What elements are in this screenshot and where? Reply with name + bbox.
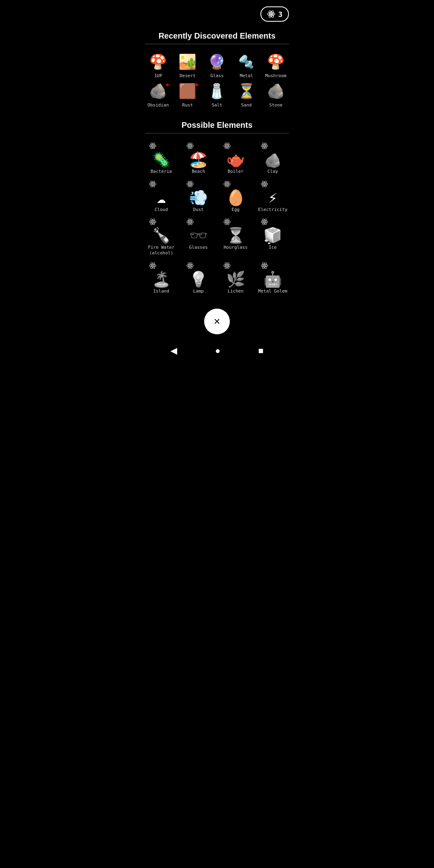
element-mushroom-label: Mushroom	[265, 73, 287, 78]
beach-icon-wrapper: 🏖️	[186, 141, 211, 167]
element-salt-label: Salt	[212, 102, 223, 108]
svg-point-20	[152, 183, 154, 185]
possible-clay[interactable]: 🪨 Clay	[257, 141, 289, 174]
svg-point-40	[189, 221, 191, 223]
possible-elements-grid: 🦠 Bacteria 🏖️ Beach	[139, 138, 295, 297]
lamp-label: Lamp	[193, 289, 204, 294]
obsidian-new-badge: *	[165, 82, 170, 90]
element-rust[interactable]: 🟫 * Rust	[174, 82, 201, 108]
element-desert-label: Desert	[180, 73, 196, 78]
egg-label: Egg	[231, 207, 240, 213]
possible-metal-golem[interactable]: 🤖 Metal Golem	[257, 261, 289, 294]
clay-emoji: 🪨	[264, 154, 281, 167]
element-1up[interactable]: 🍄 1UP	[145, 52, 171, 78]
possible-bacteria[interactable]: 🦠 Bacteria	[145, 141, 178, 174]
element-mushroom[interactable]: 🍄 Mushroom	[263, 52, 289, 78]
lichen-label: Lichen	[227, 289, 244, 294]
island-icon-wrapper: 🏝️	[148, 261, 174, 287]
bacteria-label: Bacteria	[151, 169, 172, 174]
element-salt[interactable]: 🧂 Salt	[204, 82, 230, 108]
element-1up-icon: 🍄	[149, 52, 167, 72]
svg-point-48	[264, 221, 265, 223]
possible-electricity[interactable]: ⚡ Electricity	[257, 180, 289, 213]
element-glass-label: Glass	[210, 73, 223, 78]
element-obsidian-icon: 🪨	[149, 82, 167, 101]
electricity-atom-icon	[260, 180, 269, 190]
possible-egg[interactable]: 🥚 Egg	[219, 180, 252, 213]
element-salt-icon: 🧂	[208, 82, 226, 101]
svg-point-64	[264, 265, 265, 266]
svg-point-12	[226, 145, 228, 147]
dust-emoji: 💨	[189, 190, 208, 205]
element-stone[interactable]: 🪨 Stone	[263, 82, 289, 108]
possible-lichen[interactable]: 🌿 Lichen	[219, 261, 252, 294]
element-sand[interactable]: ⏳ Sand	[233, 82, 260, 108]
lichen-emoji: 🌿	[226, 272, 245, 287]
glasses-icon-wrapper: 🕶️	[186, 217, 211, 243]
element-desert-icon: 🏜️	[178, 52, 197, 72]
possible-cloud[interactable]: ☁️ Cloud	[145, 180, 178, 213]
fire-water-label: Fire Water (alcohol)	[145, 245, 178, 256]
lichen-atom-icon	[223, 261, 231, 272]
egg-emoji: 🥚	[226, 190, 245, 205]
dust-icon-wrapper: 💨	[186, 180, 211, 205]
element-stone-label: Stone	[269, 102, 283, 108]
clay-label: Clay	[268, 169, 278, 174]
fire-water-emoji: 🍾	[152, 228, 171, 243]
boiler-label: Boiler	[227, 169, 244, 174]
metal-golem-icon-wrapper: 🤖	[260, 261, 286, 287]
element-metal-icon: 🔩	[238, 52, 254, 72]
electricity-emoji: ⚡	[268, 190, 277, 205]
nav-home-button[interactable]: ●	[215, 346, 220, 356]
element-stone-icon: 🪨	[267, 82, 285, 101]
svg-point-44	[226, 221, 228, 223]
boiler-emoji: 🫖	[226, 152, 245, 167]
svg-point-4	[152, 145, 154, 147]
possible-glasses[interactable]: 🕶️ Glasses	[182, 217, 215, 256]
element-glass-icon: 🔮	[208, 52, 226, 72]
element-metal[interactable]: 🔩 Metal	[233, 52, 260, 78]
cloud-emoji: ☁️	[157, 190, 166, 205]
element-1up-label: 1UP	[154, 73, 162, 78]
element-desert[interactable]: 🏜️ Desert	[174, 52, 201, 78]
cloud-label: Cloud	[155, 207, 168, 213]
possible-ice[interactable]: 🧊 Ice	[257, 217, 289, 256]
ice-label: Ice	[269, 245, 277, 250]
possible-fire-water[interactable]: 🍾 Fire Water (alcohol)	[145, 217, 178, 256]
possible-dust[interactable]: 💨 Dust	[182, 180, 215, 213]
close-button[interactable]: ×	[204, 309, 230, 334]
possible-lamp[interactable]: 💡 Lamp	[182, 261, 215, 294]
element-glass[interactable]: 🔮 Glass	[204, 52, 230, 78]
egg-icon-wrapper: 🥚	[223, 180, 248, 205]
element-obsidian[interactable]: 🪨 * Obsidian	[145, 82, 171, 108]
electricity-label: Electricity	[258, 207, 287, 213]
rust-new-badge: *	[195, 82, 199, 90]
svg-point-60	[226, 265, 228, 266]
recent-elements-grid: 🍄 1UP 🏜️ Desert 🔮 Glass 🔩 Metal 🍄 Mushro…	[139, 49, 295, 111]
element-metal-label: Metal	[240, 73, 253, 78]
svg-point-56	[189, 265, 191, 266]
nav-back-button[interactable]: ◀	[170, 346, 177, 356]
nav-square-button[interactable]: ■	[258, 346, 264, 356]
atom-icon	[267, 10, 276, 18]
glasses-atom-icon	[186, 217, 194, 228]
possible-hourglass[interactable]: ⏳ Hourglass	[219, 217, 252, 256]
possible-boiler[interactable]: 🫖 Boiler	[219, 141, 252, 174]
clay-icon-wrapper: 🪨	[260, 141, 286, 167]
close-button-wrap: ×	[139, 309, 295, 334]
svg-point-52	[152, 265, 154, 266]
recently-discovered-title: Recently Discovered Elements	[139, 31, 295, 41]
svg-point-24	[189, 183, 191, 185]
island-atom-icon	[148, 261, 157, 272]
element-sand-icon: ⏳	[237, 82, 256, 101]
beach-label: Beach	[192, 169, 205, 174]
possible-beach[interactable]: 🏖️ Beach	[182, 141, 215, 174]
svg-point-0	[270, 13, 272, 15]
island-label: Island	[153, 289, 169, 294]
element-rust-label: Rust	[182, 102, 193, 108]
metal-golem-label: Metal Golem	[258, 289, 287, 294]
atom-count-value: 3	[278, 10, 283, 18]
element-mushroom-icon: 🍄	[267, 52, 285, 72]
possible-island[interactable]: 🏝️ Island	[145, 261, 178, 294]
hourglass-icon-wrapper: ⏳	[223, 217, 248, 243]
